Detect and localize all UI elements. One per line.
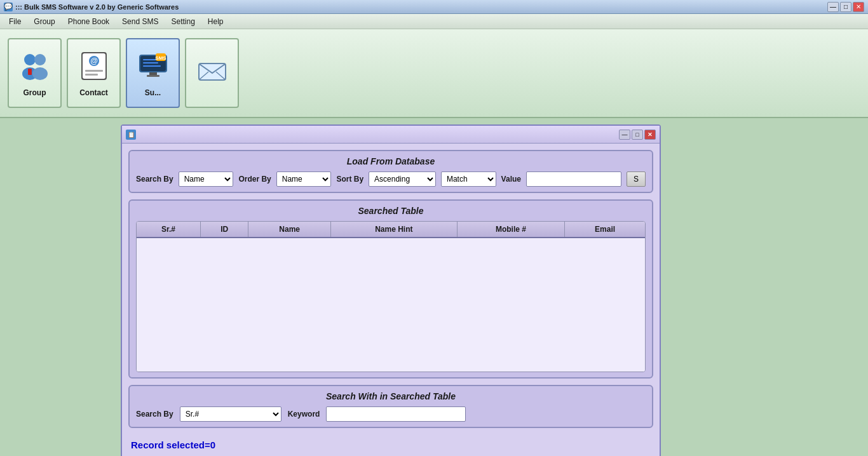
- close-button[interactable]: ✕: [853, 2, 864, 12]
- inner-search-by-label: Search By: [136, 410, 173, 419]
- match-select[interactable]: Match Like Start: [441, 171, 496, 187]
- table-empty-area: [137, 238, 645, 372]
- searched-table-title: Searched Table: [136, 206, 646, 216]
- minimize-button[interactable]: —: [827, 2, 839, 12]
- sub-icon: SMS: [137, 50, 170, 84]
- record-selected: Record selected=0: [128, 434, 653, 455]
- maximize-button[interactable]: □: [840, 2, 851, 12]
- data-table-container: Sr.# ID Name Name Hint Mobile # Email: [136, 221, 646, 372]
- col-namehint: Name Hint: [330, 222, 457, 238]
- toolbar-sub-label: Su...: [145, 88, 161, 97]
- svg-text:@: @: [90, 57, 98, 65]
- svg-rect-10: [85, 74, 98, 76]
- toolbar-group-label: Group: [24, 88, 46, 97]
- keyword-label: Keyword: [288, 410, 320, 419]
- value-input[interactable]: [526, 171, 621, 187]
- group-icon: [18, 50, 51, 84]
- sort-by-select[interactable]: Ascending Descending: [369, 171, 436, 187]
- dialog-title-bar: 📋 — □ ✕: [122, 126, 660, 144]
- dialog-icon: 📋: [126, 130, 136, 140]
- svg-point-2: [34, 54, 46, 65]
- menu-phonebook[interactable]: Phone Book: [62, 16, 116, 27]
- sort-by-label: Sort By: [336, 175, 363, 184]
- col-name: Name: [248, 222, 330, 238]
- load-database-title: Load From Database: [136, 156, 646, 166]
- dialog-controls: — □ ✕: [619, 130, 656, 140]
- keyword-input[interactable]: [326, 406, 466, 422]
- svg-rect-14: [143, 62, 158, 64]
- svg-rect-15: [143, 65, 161, 67]
- menu-help[interactable]: Help: [201, 16, 230, 27]
- toolbar-group-button[interactable]: Group: [8, 38, 62, 108]
- inner-search-by-select[interactable]: Sr.# ID Name Mobile # Email: [180, 406, 281, 422]
- svg-rect-4: [28, 69, 32, 75]
- data-table: Sr.# ID Name Name Hint Mobile # Email: [137, 222, 645, 238]
- dialog-title-left: 📋: [126, 130, 136, 140]
- col-sr: Sr.#: [137, 222, 200, 238]
- svg-rect-9: [85, 70, 103, 72]
- toolbar-send-button[interactable]: [185, 38, 239, 108]
- value-label: Value: [501, 175, 521, 184]
- app-title: ::: Bulk SMS Software v 2.0 by Generic S…: [15, 3, 179, 11]
- menu-file[interactable]: File: [3, 16, 27, 27]
- title-bar-left: 💬 ::: Bulk SMS Software v 2.0 by Generic…: [4, 3, 179, 11]
- dialog-minimize-button[interactable]: —: [619, 130, 630, 140]
- svg-text:SMS: SMS: [155, 55, 166, 61]
- dialog-body: Load From Database Search By Name ID Mob…: [122, 144, 660, 456]
- order-by-label: Order By: [238, 175, 271, 184]
- app-icon: 💬: [4, 3, 13, 11]
- searched-table-panel: Searched Table Sr.# ID Name Name Hint Mo…: [128, 199, 653, 379]
- load-database-panel: Load From Database Search By Name ID Mob…: [128, 150, 653, 193]
- inner-search-panel: Search With in Searched Table Search By …: [128, 385, 653, 428]
- menu-bar: File Group Phone Book Send SMS Setting H…: [0, 14, 868, 29]
- svg-rect-16: [149, 72, 157, 75]
- inner-search-title: Search With in Searched Table: [136, 391, 646, 401]
- toolbar-contact-label: Contact: [79, 88, 108, 97]
- search-by-select[interactable]: Name ID Mobile # Email: [179, 171, 234, 187]
- col-id: ID: [200, 222, 248, 238]
- svg-point-0: [24, 54, 36, 65]
- menu-setting[interactable]: Setting: [165, 16, 201, 27]
- inner-search-row: Search By Sr.# ID Name Mobile # Email Ke…: [136, 406, 646, 422]
- order-by-select[interactable]: Name ID Mobile # Email: [276, 171, 332, 187]
- contact-icon: @: [78, 50, 111, 84]
- dialog-maximize-button[interactable]: □: [632, 130, 643, 140]
- toolbar-contact-button[interactable]: @ Contact: [67, 38, 121, 108]
- search-execute-button[interactable]: S: [627, 171, 646, 187]
- main-area: 📋 — □ ✕ Load From Database Search By Nam…: [0, 118, 868, 456]
- menu-sendsms[interactable]: Send SMS: [116, 16, 165, 27]
- search-by-label: Search By: [136, 175, 173, 184]
- svg-rect-17: [147, 75, 159, 77]
- col-email: Email: [565, 222, 645, 238]
- title-bar: 💬 ::: Bulk SMS Software v 2.0 by Generic…: [0, 0, 868, 14]
- toolbar: Group @ Contact: [0, 29, 868, 118]
- table-header: Sr.# ID Name Name Hint Mobile # Email: [137, 222, 645, 238]
- dialog-window: 📋 — □ ✕ Load From Database Search By Nam…: [121, 124, 661, 456]
- send-icon: [196, 54, 229, 89]
- svg-point-3: [32, 67, 48, 80]
- menu-group[interactable]: Group: [27, 16, 61, 27]
- toolbar-sub-button[interactable]: SMS Su...: [126, 38, 180, 108]
- search-row: Search By Name ID Mobile # Email Order B…: [136, 171, 646, 187]
- dialog-close-button[interactable]: ✕: [644, 130, 656, 140]
- col-mobile: Mobile #: [457, 222, 564, 238]
- title-bar-controls: — □ ✕: [827, 2, 864, 12]
